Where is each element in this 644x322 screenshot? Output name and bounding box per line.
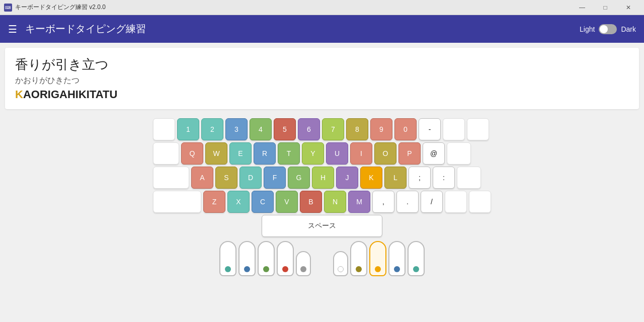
key-q[interactable]: Q: [181, 142, 203, 165]
key-n[interactable]: N: [324, 191, 346, 213]
key-minus[interactable]: -: [419, 118, 441, 140]
finger-shape-active: [369, 241, 386, 276]
key-b[interactable]: B: [300, 191, 322, 213]
key-4[interactable]: 4: [250, 118, 272, 140]
finger-right-pinky: [408, 241, 425, 276]
key-p[interactable]: P: [398, 142, 421, 165]
key-row-asdf: A S D F G H J K L ; :: [153, 167, 481, 189]
finger-shape: [277, 241, 294, 276]
keyboard: 1 2 3 4 5 6 7 8 9 0 - Q W E R T Y U I O …: [153, 118, 491, 213]
key-comma[interactable]: ,: [372, 191, 394, 213]
remaining-chars: AORIGAHIKITATU: [23, 88, 117, 101]
key-d[interactable]: D: [239, 167, 262, 189]
finger-left-thumb: [296, 251, 311, 276]
theme-toggle: Light Dark: [580, 24, 636, 34]
key-blank-1: [153, 118, 175, 140]
finger-right-index: [350, 241, 367, 276]
key-l[interactable]: L: [384, 167, 407, 189]
key-at[interactable]: @: [423, 142, 445, 165]
text-display: 香りが引き立つ かおりがひきたつ KAORIGAHIKITATU: [5, 48, 639, 109]
key-z[interactable]: Z: [203, 191, 225, 213]
key-enter: [457, 167, 481, 189]
key-9[interactable]: 9: [370, 118, 392, 140]
key-f[interactable]: F: [264, 167, 286, 189]
finger-shape: [258, 241, 275, 276]
key-h[interactable]: H: [312, 167, 334, 189]
key-0[interactable]: 0: [394, 118, 417, 140]
finger-left-ring: [238, 241, 256, 276]
key-blank-2: [443, 118, 465, 140]
theme-dark-label: Dark: [621, 25, 636, 33]
minimize-button[interactable]: —: [571, 0, 594, 15]
key-s[interactable]: S: [215, 167, 237, 189]
key-2[interactable]: 2: [201, 118, 223, 140]
key-caps: [153, 167, 189, 189]
key-k[interactable]: K: [360, 167, 382, 189]
key-shift-left: [153, 191, 201, 213]
key-i[interactable]: I: [350, 142, 372, 165]
maximize-button[interactable]: □: [594, 0, 617, 15]
key-o[interactable]: O: [374, 142, 396, 165]
key-slash[interactable]: /: [421, 191, 443, 213]
key-row-numbers: 1 2 3 4 5 6 7 8 9 0 -: [153, 118, 489, 140]
finger-dot: [394, 266, 400, 272]
key-1[interactable]: 1: [177, 118, 199, 140]
toggle-thumb: [600, 25, 608, 33]
finger-display: [219, 241, 425, 276]
key-6[interactable]: 6: [298, 118, 320, 140]
key-7[interactable]: 7: [322, 118, 344, 140]
key-semicolon[interactable]: ;: [409, 167, 431, 189]
spacebar[interactable]: スペース: [262, 215, 382, 237]
key-5[interactable]: 5: [274, 118, 296, 140]
finger-dot: [263, 266, 269, 272]
key-r[interactable]: R: [254, 142, 276, 165]
finger-shape: [238, 241, 256, 276]
key-y[interactable]: Y: [302, 142, 324, 165]
svg-text:⌨: ⌨: [5, 6, 11, 10]
keyboard-area: 1 2 3 4 5 6 7 8 9 0 - Q W E R T Y U I O …: [0, 114, 644, 276]
theme-light-label: Light: [580, 25, 595, 33]
finger-shape: [296, 251, 311, 276]
key-8[interactable]: 8: [346, 118, 368, 140]
key-m[interactable]: M: [348, 191, 370, 213]
key-e[interactable]: E: [229, 142, 252, 165]
key-colon[interactable]: :: [433, 167, 455, 189]
key-x[interactable]: X: [227, 191, 250, 213]
finger-shape: [350, 241, 367, 276]
header-left: ☰ キーボードタイピング練習: [8, 22, 146, 36]
key-j[interactable]: J: [336, 167, 358, 189]
key-blank-enter: [447, 142, 471, 165]
right-fingers: [333, 241, 425, 276]
left-fingers: [219, 241, 311, 276]
app-header: ☰ キーボードタイピング練習 Light Dark: [0, 15, 644, 43]
finger-left-middle: [258, 241, 275, 276]
typing-progress: KAORIGAHIKITATU: [15, 88, 629, 101]
finger-dot: [413, 266, 419, 272]
theme-switch[interactable]: [599, 24, 617, 34]
finger-right-thumb: [333, 251, 348, 276]
finger-dot: [375, 266, 381, 272]
window-controls: — □ ✕: [571, 0, 640, 15]
key-w[interactable]: W: [205, 142, 227, 165]
finger-shape: [388, 241, 406, 276]
title-bar-left: ⌨ キーボードタイピング練習 v2.0.0: [4, 3, 106, 12]
finger-right-middle: [369, 241, 386, 276]
finger-dot: [282, 266, 288, 272]
finger-left-index: [277, 241, 294, 276]
key-c[interactable]: C: [252, 191, 274, 213]
close-button[interactable]: ✕: [617, 0, 640, 15]
key-3[interactable]: 3: [225, 118, 248, 140]
finger-shape: [408, 241, 425, 276]
key-v[interactable]: V: [276, 191, 298, 213]
finger-dot: [225, 266, 231, 272]
key-u[interactable]: U: [326, 142, 348, 165]
menu-icon[interactable]: ☰: [8, 24, 17, 34]
finger-left-pinky: [219, 241, 236, 276]
key-t[interactable]: T: [278, 142, 300, 165]
finger-dot: [300, 266, 306, 272]
typed-chars: K: [15, 88, 23, 101]
key-g[interactable]: G: [288, 167, 310, 189]
key-period[interactable]: .: [396, 191, 419, 213]
key-a[interactable]: A: [191, 167, 213, 189]
window-title: キーボードタイピング練習 v2.0.0: [15, 3, 106, 12]
